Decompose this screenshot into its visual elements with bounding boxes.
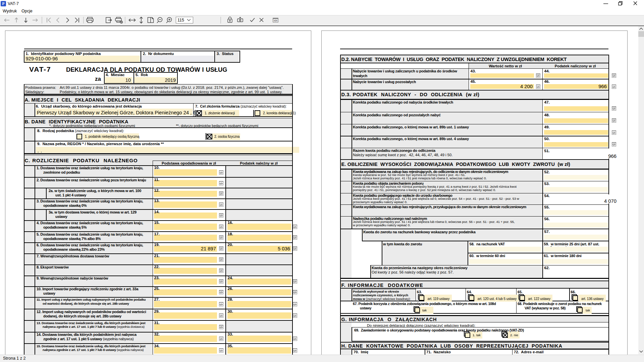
svg-text:</>: </> [274, 19, 277, 22]
